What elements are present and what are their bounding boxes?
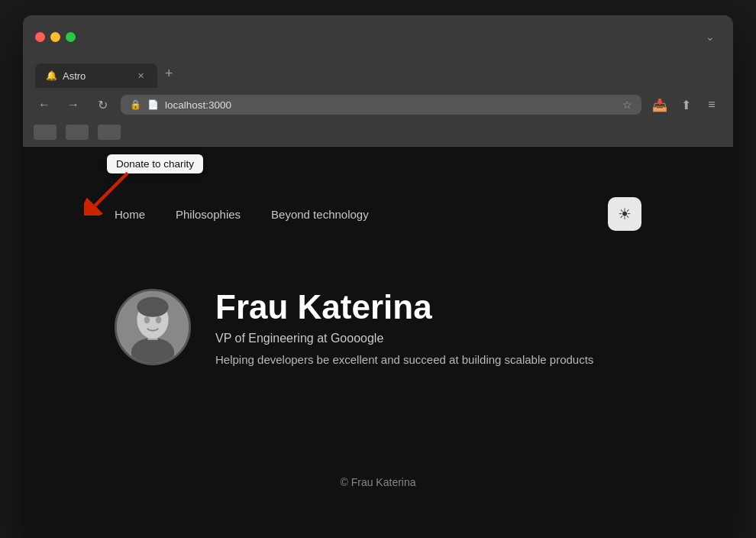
tooltip-text: Donate to charity <box>116 158 194 170</box>
profile-title: VP of Engineering at Goooogle <box>215 332 593 345</box>
shield-icon: 🔒 <box>130 99 141 110</box>
profile-section: Frau Katerina VP of Engineering at Goooo… <box>23 243 733 400</box>
forward-button[interactable]: → <box>63 94 84 115</box>
svg-point-3 <box>131 338 174 365</box>
profile-info: Frau Katerina VP of Engineering at Goooo… <box>215 289 593 369</box>
site-navigation: Home Philosophies Beyond technology ☀ <box>23 185 733 243</box>
tab-title: Astro <box>63 70 128 82</box>
browser-titlebar: ⌄ 🔔 Astro ✕ + <box>23 15 733 88</box>
nav-link-home[interactable]: Home <box>115 208 145 221</box>
tab-collapse-btn[interactable]: ⌄ <box>699 24 721 49</box>
svg-point-7 <box>144 316 150 323</box>
footer-text: © Frau Katerina <box>340 476 415 488</box>
menu-button[interactable]: ≡ <box>701 94 722 115</box>
bookmarks-bar <box>23 122 733 147</box>
browser-tab[interactable]: 🔔 Astro ✕ <box>35 63 157 88</box>
svg-point-6 <box>137 297 168 317</box>
new-tab-button[interactable]: + <box>157 60 181 88</box>
page-icon: 📄 <box>147 99 159 110</box>
traffic-lights <box>35 32 76 42</box>
avatar <box>115 289 191 365</box>
nav-link-beyond-technology[interactable]: Beyond technology <box>271 208 369 221</box>
tooltip-container: Donate to charity <box>107 154 203 173</box>
address-text: localhost:3000 <box>165 99 616 111</box>
traffic-light-red[interactable] <box>35 32 45 42</box>
title-row: ⌄ <box>35 24 721 49</box>
save-page-button[interactable]: 📥 <box>649 94 670 115</box>
tab-favicon-icon: 🔔 <box>46 70 57 81</box>
profile-name: Frau Katerina <box>215 289 593 326</box>
traffic-light-yellow[interactable] <box>50 32 60 42</box>
bookmark-item-2[interactable] <box>66 125 89 140</box>
sun-icon: ☀ <box>618 205 632 223</box>
page-content: Donate to charity Home Philosophies Beyo… <box>23 147 733 538</box>
browser-window: ⌄ 🔔 Astro ✕ + ← → ↻ 🔒 📄 localhost:3000 ☆… <box>23 15 733 538</box>
tabs-row: 🔔 Astro ✕ + <box>35 60 721 88</box>
back-button[interactable]: ← <box>34 94 55 115</box>
avatar-image <box>117 289 189 365</box>
traffic-light-green[interactable] <box>66 32 76 42</box>
profile-bio: Helping developers be excellent and succ… <box>215 352 593 369</box>
reload-button[interactable]: ↻ <box>92 94 113 115</box>
browser-navbar: ← → ↻ 🔒 📄 localhost:3000 ☆ 📥 ⬆ ≡ <box>23 88 733 122</box>
bookmark-star-icon[interactable]: ☆ <box>622 99 632 111</box>
bookmark-item-1[interactable] <box>34 125 57 140</box>
nav-link-philosophies[interactable]: Philosophies <box>176 208 241 221</box>
tab-close-btn[interactable]: ✕ <box>134 70 147 82</box>
avatar-container <box>115 289 191 365</box>
address-bar[interactable]: 🔒 📄 localhost:3000 ☆ <box>121 95 641 115</box>
theme-toggle-button[interactable]: ☀ <box>608 197 641 231</box>
svg-point-8 <box>156 316 162 323</box>
site-footer: © Frau Katerina <box>23 446 733 519</box>
nav-actions: 📥 ⬆ ≡ <box>649 94 722 115</box>
share-button[interactable]: ⬆ <box>675 94 696 115</box>
bookmark-item-3[interactable] <box>98 125 121 140</box>
